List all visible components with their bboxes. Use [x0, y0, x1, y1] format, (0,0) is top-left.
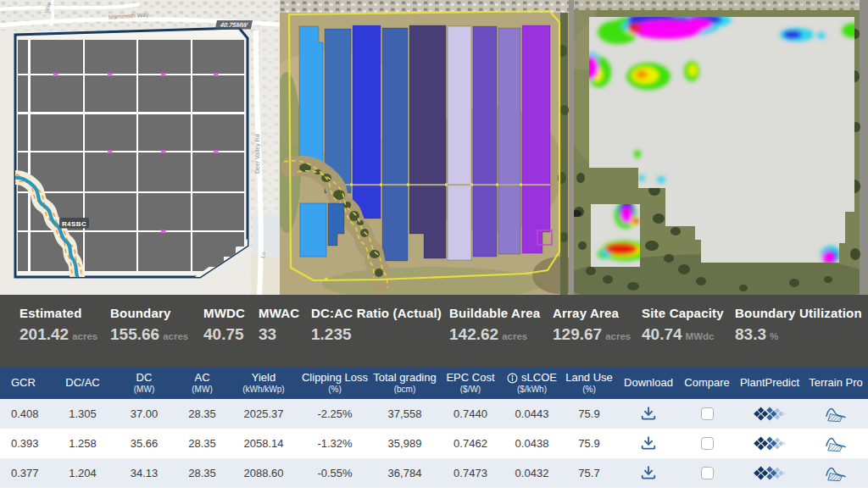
svg-text:R4SBC: R4SBC: [62, 220, 86, 228]
stat-site-capacity: Site Capacity 40.74MWdc: [642, 306, 724, 344]
river-badge: R4SBC: [59, 218, 89, 229]
download-button[interactable]: [639, 464, 658, 482]
compare-checkbox[interactable]: [701, 407, 714, 420]
col-ac: AC(MW): [174, 371, 231, 395]
cell-slcoe: 0.0432: [504, 467, 559, 479]
col-yield: Yield(kWh/kWp): [231, 371, 297, 395]
col-total-grading: Total grading(bcm): [373, 371, 437, 395]
cell-gcr: 0.377: [0, 467, 51, 479]
col-gcr: GCR: [0, 376, 51, 390]
stat-array-area: Array Area 129.67acres: [553, 306, 631, 344]
plantpredict-button[interactable]: [752, 406, 787, 422]
col-plantpredict: PlantPredict: [736, 376, 804, 390]
cell-total-grading: 35,989: [373, 437, 437, 450]
table-header: GCR DC/AC DC(MW) AC(MW) Yield(kWh/kWp) C…: [0, 367, 868, 399]
compare-checkbox[interactable]: [701, 437, 714, 450]
cell-total-grading: 36,784: [373, 467, 437, 479]
stat-mwac: MWAC 33: [259, 306, 299, 344]
cell-dc: 34.13: [114, 467, 174, 479]
col-epc-cost: EPC Cost($/W): [437, 371, 504, 395]
download-button[interactable]: [639, 405, 658, 423]
plantpredict-button[interactable]: [752, 465, 787, 481]
col-dcac: DC/AC: [51, 376, 114, 390]
stat-buildable-area: Buildable Area 142.62acres: [449, 306, 540, 344]
col-download: Download: [619, 376, 678, 390]
cell-clipping-loss: -0.55%: [297, 467, 373, 479]
page-bottom: [0, 488, 868, 493]
col-compare: Compare: [678, 376, 736, 390]
map-strip: Mammoth Way Way Deer Valley Rd Ln: [0, 0, 868, 295]
cell-clipping-loss: -2.25%: [297, 407, 373, 420]
col-land-use: Land Use(%): [559, 371, 619, 395]
cell-dcac: 1.258: [51, 437, 114, 450]
cell-land-use: 75.9: [559, 407, 619, 420]
cell-yield: 2058.14: [231, 437, 297, 450]
download-button[interactable]: [639, 435, 658, 452]
compare-checkbox[interactable]: [701, 467, 714, 479]
cell-epc-cost: 0.7462: [437, 437, 504, 450]
cell-slcoe: 0.0443: [504, 407, 559, 420]
cell-dc: 37.00: [114, 407, 174, 420]
cell-slcoe: 0.0438: [504, 437, 559, 450]
summary-stats-bar: Estimated 201.42acres Boundary 155.66acr…: [0, 295, 868, 367]
col-terrain-pro: Terrain Pro: [804, 376, 868, 390]
cell-yield: 2088.60: [231, 467, 297, 479]
cell-dc: 35.66: [114, 437, 174, 450]
info-icon[interactable]: [507, 373, 518, 384]
cell-ac: 28.35: [174, 407, 231, 420]
heatmap-panel[interactable]: [574, 0, 868, 295]
table-row[interactable]: 0.408 1.305 37.00 28.35 2025.37 -2.25% 3…: [0, 399, 868, 429]
cell-ac: 28.35: [174, 467, 231, 479]
layout-map-panel[interactable]: Mammoth Way Way Deer Valley Rd Ln: [0, 0, 280, 295]
stat-estimated: Estimated 201.42acres: [19, 306, 97, 344]
stat-dcac-ratio: DC:AC Ratio (Actual) 1.235: [311, 306, 442, 344]
terrain-pro-button[interactable]: [825, 404, 847, 424]
terrain-pro-button[interactable]: [825, 434, 847, 453]
cell-gcr: 0.393: [0, 437, 51, 450]
cell-yield: 2025.37: [231, 407, 297, 420]
cell-gcr: 0.408: [0, 407, 51, 420]
svg-text:40.75MW: 40.75MW: [219, 21, 249, 29]
stat-boundary: Boundary 155.66acres: [110, 306, 188, 344]
cell-total-grading: 37,558: [373, 407, 437, 420]
cell-epc-cost: 0.7440: [437, 407, 504, 420]
street-label-deer-valley-rd: Deer Valley Rd: [254, 134, 261, 174]
plantpredict-button[interactable]: [752, 435, 787, 451]
cell-dcac: 1.305: [51, 407, 114, 420]
cell-clipping-loss: -1.32%: [297, 437, 373, 450]
results-table: GCR DC/AC DC(MW) AC(MW) Yield(kWh/kWp) C…: [0, 367, 868, 493]
table-row[interactable]: 0.393 1.258 35.66 28.35 2058.14 -1.32% 3…: [0, 429, 868, 458]
cell-dcac: 1.204: [51, 467, 114, 479]
capacity-badge: 40.75MW: [215, 20, 253, 30]
solar-site-design-app: Mammoth Way Way Deer Valley Rd Ln: [0, 0, 868, 493]
stat-mwdc: MWDC 40.75: [203, 306, 248, 344]
cell-epc-cost: 0.7473: [437, 467, 504, 479]
table-row[interactable]: 0.377 1.204 34.13 28.35 2088.60 -0.55% 3…: [0, 458, 868, 488]
cell-land-use: 75.9: [559, 437, 619, 450]
terrain-pro-button[interactable]: [825, 463, 847, 483]
array-map-panel[interactable]: [280, 0, 574, 295]
cell-ac: 28.35: [174, 437, 231, 450]
stat-boundary-utilization: Boundary Utilization 83.3%: [735, 306, 862, 344]
col-slcoe: sLCOE ($/kWh): [504, 371, 559, 395]
cell-land-use: 75.7: [559, 467, 619, 479]
col-dc: DC(MW): [114, 371, 174, 395]
col-clipping-loss: Clipping Loss(%): [297, 371, 373, 395]
